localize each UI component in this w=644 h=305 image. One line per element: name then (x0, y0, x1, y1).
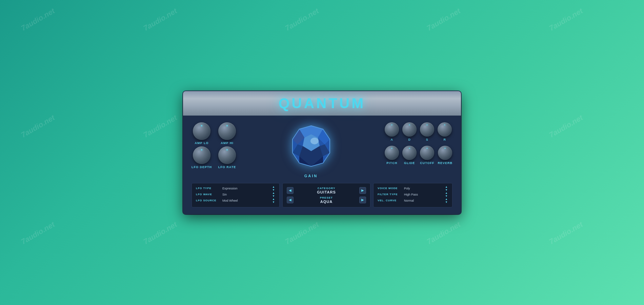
gem-svg (287, 122, 335, 170)
category-content: CATEGORY GUITARS (296, 187, 357, 194)
lfo-type-arrow[interactable]: ▲▼ (272, 187, 275, 190)
preset-prev-button[interactable]: ◀ (287, 197, 294, 203)
lfo-wave-arrow[interactable]: ▲▼ (272, 193, 275, 196)
amp-lo-knob-container: AMP LO (192, 122, 212, 145)
lfo-source-row: LFO SOURCE Mod Wheel ▲▼ (196, 199, 275, 202)
d-knob[interactable] (402, 122, 417, 137)
lfo-source-value: Mod Wheel (222, 199, 269, 202)
glide-knob[interactable] (402, 146, 417, 160)
lfo-type-value: Expression (222, 187, 269, 190)
lfo-depth-knob-container: LFO DEPTH (192, 146, 212, 169)
amp-hi-label: AMP HI (221, 141, 233, 145)
cutoff-label: CUTOFF (420, 161, 434, 165)
cutoff-knob-container: CUTOFF (420, 146, 434, 165)
lfo-wave-label: LFO WAVE (196, 193, 220, 196)
r-label: R (443, 138, 446, 141)
synth-body: QUANTUM AMP LO AMP HI LFO DEPTH LFO RATE (183, 91, 461, 214)
lfo-source-label: LFO SOURCE (196, 199, 220, 202)
category-row: ◀ CATEGORY GUITARS ▶ (287, 187, 366, 194)
gem-container[interactable] (287, 122, 335, 171)
amp-hi-knob[interactable] (218, 122, 236, 140)
synth-header: QUANTUM (183, 91, 461, 116)
preset-sublabel: PRESET (296, 196, 357, 199)
s-label: S (426, 138, 428, 141)
lfo-rate-knob[interactable] (218, 146, 236, 164)
lfo-wave-value: Sin (222, 193, 269, 196)
amp-hi-knob-container: AMP HI (217, 122, 237, 145)
reverb-knob-container: REVERB (438, 146, 452, 165)
synth-bottom: LFO TYPE Expression ▲▼ LFO WAVE Sin ▲▼ L… (183, 183, 461, 214)
s-knob-container: S (420, 122, 434, 141)
voice-mode-row: VOICE MODE Poly ▲▼ (378, 187, 448, 190)
filter-type-value: High Pass (404, 193, 442, 196)
preset-row: ◀ PRESET AQUA ▶ (287, 196, 366, 204)
lfo-type-label: LFO TYPE (196, 187, 220, 190)
filter-type-row: FILTER TYPE High Pass ▲▼ (378, 193, 448, 196)
filter-type-arrow[interactable]: ▲▼ (445, 193, 448, 196)
vel-curve-arrow[interactable]: ▲▼ (445, 199, 448, 202)
pitch-row: PITCH GLIDE CUTOFF REVERB (385, 146, 452, 165)
lfo-rate-label: LFO RATE (218, 165, 236, 169)
preset-content: PRESET AQUA (296, 196, 357, 204)
category-panel: ◀ CATEGORY GUITARS ▶ ◀ PRESET AQUA ▶ (282, 183, 370, 207)
left-knobs-section: AMP LO AMP HI LFO DEPTH LFO RATE (192, 122, 237, 169)
a-knob-container: A (385, 122, 399, 141)
adsr-row: A D S R (385, 122, 452, 141)
reverb-knob[interactable] (438, 146, 452, 160)
synth-main: AMP LO AMP HI LFO DEPTH LFO RATE (183, 116, 461, 183)
pitch-knob-container: PITCH (385, 146, 399, 165)
synth-title: QUANTUM (279, 95, 366, 111)
reverb-label: REVERB (438, 161, 452, 165)
vel-curve-value: Normal (404, 199, 442, 202)
filter-type-label: FILTER TYPE (378, 193, 401, 196)
amp-lo-label: AMP LO (195, 141, 209, 145)
lfo-type-row: LFO TYPE Expression ▲▼ (196, 187, 275, 190)
voice-mode-value: Poly (404, 187, 442, 190)
d-label: D (408, 138, 411, 141)
center-nav: ◀ CATEGORY GUITARS ▶ ◀ PRESET AQUA ▶ (287, 187, 366, 204)
gain-label: GAIN (304, 174, 318, 178)
category-value: GUITARS (296, 190, 357, 194)
a-label: A (390, 138, 393, 141)
preset-value: AQUA (296, 200, 357, 204)
category-next-button[interactable]: ▶ (359, 187, 366, 194)
r-knob[interactable] (438, 122, 452, 137)
category-prev-button[interactable]: ◀ (287, 187, 294, 194)
lfo-source-arrow[interactable]: ▲▼ (272, 199, 275, 202)
voice-mode-label: VOICE MODE (378, 187, 401, 190)
lfo-depth-label: LFO DEPTH (192, 165, 212, 169)
category-sublabel: CATEGORY (296, 187, 357, 190)
lfo-depth-knob[interactable] (193, 146, 210, 164)
svg-point-5 (310, 138, 319, 144)
vel-curve-row: VEL. CURVE Normal ▲▼ (378, 199, 448, 202)
s-knob[interactable] (420, 122, 434, 137)
d-knob-container: D (402, 122, 417, 141)
a-knob[interactable] (385, 122, 399, 137)
amp-lo-knob[interactable] (193, 122, 210, 140)
vel-curve-label: VEL. CURVE (378, 199, 401, 202)
right-knobs-section: A D S R PITCH (385, 122, 452, 165)
voice-panel: VOICE MODE Poly ▲▼ FILTER TYPE High Pass… (373, 183, 452, 207)
pitch-label: PITCH (386, 161, 397, 165)
voice-mode-arrow[interactable]: ▲▼ (445, 187, 448, 190)
glide-label: GLIDE (404, 161, 415, 165)
pitch-knob[interactable] (385, 146, 399, 160)
center-section: GAIN (244, 122, 378, 178)
lfo-panel: LFO TYPE Expression ▲▼ LFO WAVE Sin ▲▼ L… (192, 183, 280, 207)
preset-next-button[interactable]: ▶ (359, 197, 366, 203)
cutoff-knob[interactable] (420, 146, 434, 160)
lfo-rate-knob-container: LFO RATE (217, 146, 237, 169)
glide-knob-container: GLIDE (402, 146, 417, 165)
lfo-wave-row: LFO WAVE Sin ▲▼ (196, 193, 275, 196)
r-knob-container: R (438, 122, 452, 141)
